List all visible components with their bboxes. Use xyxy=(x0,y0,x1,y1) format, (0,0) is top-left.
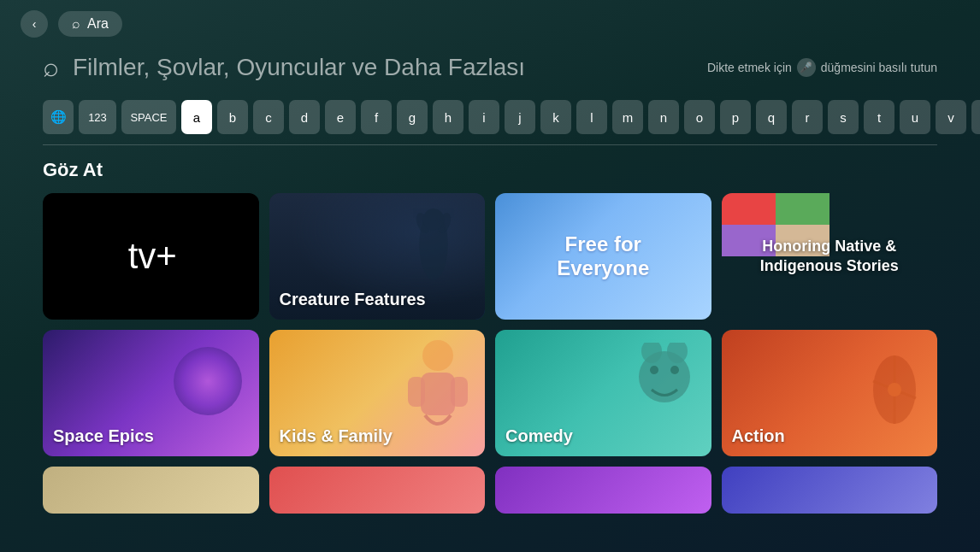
card-kids-family[interactable]: Kids & Family xyxy=(269,330,486,456)
card-free-for-everyone[interactable]: Free forEveryone xyxy=(495,193,711,320)
svg-point-16 xyxy=(888,383,901,396)
browse-section: Göz At tv+ Creature Features Free forEve… xyxy=(0,159,980,514)
svg-point-9 xyxy=(650,366,658,374)
action-image xyxy=(860,347,929,432)
key-l[interactable]: l xyxy=(576,100,607,134)
space-epics-label: Space Epics xyxy=(53,426,154,446)
card-partial-3[interactable] xyxy=(495,467,711,514)
browse-grid-partial xyxy=(43,467,937,514)
key-u[interactable]: u xyxy=(900,100,930,134)
browse-grid-row2: Space Epics Kids & Family Com xyxy=(43,330,937,456)
dictation-prefix: Dikte etmek için xyxy=(707,61,792,74)
key-n[interactable]: n xyxy=(648,100,679,134)
search-icon: ⌕ xyxy=(72,16,80,32)
key-r[interactable]: r xyxy=(792,100,823,134)
key-p[interactable]: p xyxy=(720,100,751,134)
search-bar: ⌕ Filmler, Şovlar, Oyuncular ve Daha Faz… xyxy=(43,51,937,83)
key-g[interactable]: g xyxy=(397,100,428,134)
key-s[interactable]: s xyxy=(828,100,859,134)
card-partial-1[interactable] xyxy=(43,467,259,514)
mic-icon: 🎤 xyxy=(797,58,816,77)
key-j[interactable]: j xyxy=(505,100,535,134)
key-h[interactable]: h xyxy=(433,100,463,134)
search-placeholder[interactable]: Filmler, Şovlar, Oyuncular ve Daha Fazla… xyxy=(73,54,694,81)
kids-character xyxy=(399,338,476,432)
card-appletv[interactable]: tv+ xyxy=(43,193,259,320)
key-f[interactable]: f xyxy=(361,100,392,134)
space-circle-decoration xyxy=(174,347,242,415)
top-bar: ‹ ⌕ Ara xyxy=(0,0,980,48)
key-k[interactable]: k xyxy=(540,100,571,134)
key-t[interactable]: t xyxy=(864,100,894,134)
svg-point-3 xyxy=(423,208,445,230)
key-c[interactable]: c xyxy=(253,100,284,134)
action-label: Action xyxy=(732,426,785,446)
card-native-indigenous[interactable]: Honoring Native & Indigenous Stories xyxy=(722,193,938,320)
card-comedy[interactable]: Comedy xyxy=(495,330,711,456)
comedy-dog-image xyxy=(630,343,699,420)
svg-rect-6 xyxy=(408,377,425,407)
space-key[interactable]: SPACE xyxy=(121,100,176,134)
kids-family-label: Kids & Family xyxy=(280,426,393,446)
back-button[interactable]: ‹ xyxy=(21,10,48,38)
search-area: ⌕ Filmler, Şovlar, Oyuncular ve Daha Faz… xyxy=(0,48,980,144)
search-icon-large: ⌕ xyxy=(43,51,59,83)
key-b[interactable]: b xyxy=(217,100,248,134)
svg-rect-5 xyxy=(421,373,455,415)
free-for-everyone-label: Free forEveryone xyxy=(557,232,649,280)
globe-key[interactable]: 🌐 xyxy=(43,100,74,134)
browse-title: Göz At xyxy=(43,159,937,181)
card-space-epics[interactable]: Space Epics xyxy=(43,330,259,456)
key-w[interactable]: w xyxy=(971,100,980,134)
key-a[interactable]: a xyxy=(181,100,212,134)
nums-key[interactable]: 123 xyxy=(79,100,116,134)
comedy-label: Comedy xyxy=(505,426,573,446)
key-q[interactable]: q xyxy=(756,100,787,134)
creature-features-label: Creature Features xyxy=(280,290,426,309)
tab-label: Ara xyxy=(87,16,109,32)
keyboard: 🌐 123 SPACE a b c d e f g h i j k l m n … xyxy=(43,100,937,134)
svg-point-10 xyxy=(670,366,679,374)
card-partial-4[interactable] xyxy=(722,467,938,514)
key-o[interactable]: o xyxy=(684,100,715,134)
key-v[interactable]: v xyxy=(936,100,966,134)
card-creature-features[interactable]: Creature Features xyxy=(269,193,486,320)
search-tab[interactable]: ⌕ Ara xyxy=(58,11,122,37)
key-d[interactable]: d xyxy=(289,100,320,134)
browse-grid-row1: tv+ Creature Features Free forEveryone xyxy=(43,193,937,320)
native-indigenous-label: Honoring Native & Indigenous Stories xyxy=(730,237,930,277)
divider xyxy=(43,144,937,145)
dictation-hint: Dikte etmek için 🎤 düğmesini basılı tutu… xyxy=(707,58,937,77)
key-e[interactable]: e xyxy=(325,100,356,134)
svg-point-4 xyxy=(422,340,453,371)
dictation-suffix: düğmesini basılı tutun xyxy=(821,61,937,74)
tvplus-text: tv+ xyxy=(128,236,177,277)
appletv-logo: tv+ xyxy=(125,236,177,277)
card-action[interactable]: Action xyxy=(722,330,938,456)
card-partial-2[interactable] xyxy=(269,467,486,514)
native-overlay: Honoring Native & Indigenous Stories xyxy=(722,193,938,320)
key-m[interactable]: m xyxy=(612,100,643,134)
key-i[interactable]: i xyxy=(469,100,499,134)
svg-rect-7 xyxy=(451,377,468,407)
creature-silhouette-image xyxy=(399,202,468,287)
